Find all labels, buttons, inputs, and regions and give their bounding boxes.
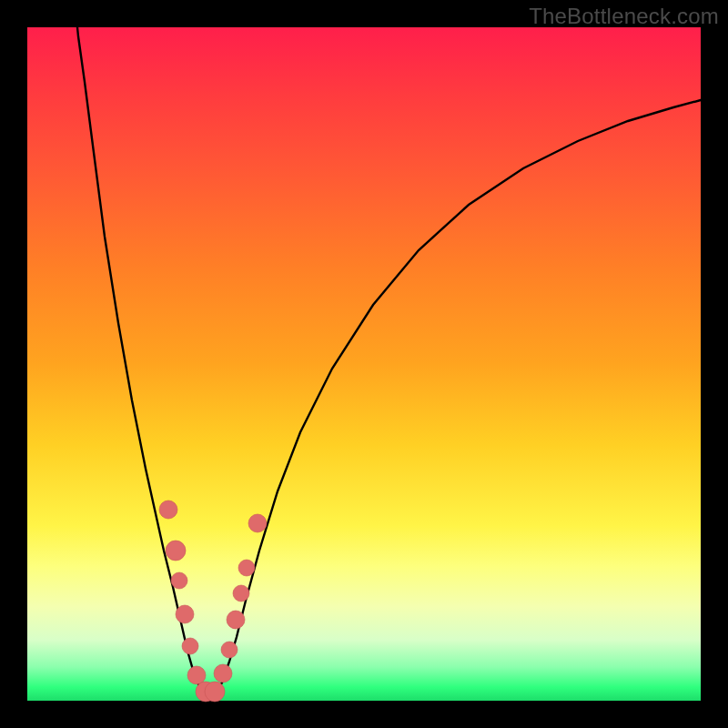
data-point <box>159 500 177 519</box>
data-point <box>221 642 238 658</box>
bottleneck-curve-left <box>76 18 211 696</box>
curve-layer <box>27 27 701 701</box>
bottleneck-curve-right <box>211 100 701 696</box>
data-point <box>176 605 194 623</box>
watermark-text: TheBottleneck.com <box>529 4 719 29</box>
data-point <box>166 541 186 561</box>
data-point <box>238 560 255 576</box>
data-point <box>227 611 245 629</box>
data-point <box>182 638 198 654</box>
data-point <box>171 572 187 589</box>
chart-frame: TheBottleneck.com <box>0 0 728 728</box>
data-point <box>233 585 249 602</box>
data-point <box>214 664 232 682</box>
plot-area <box>27 27 701 701</box>
data-point <box>248 514 267 532</box>
data-point <box>205 682 225 702</box>
data-point <box>187 666 206 684</box>
